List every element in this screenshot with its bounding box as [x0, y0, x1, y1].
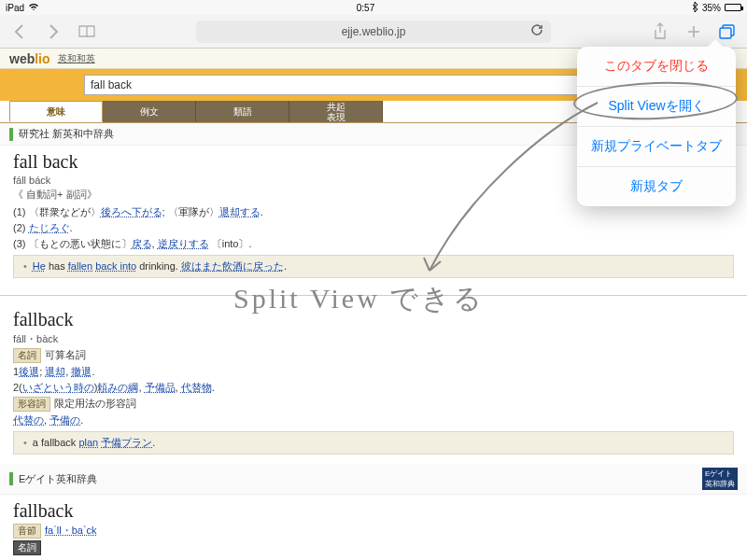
battery-icon	[725, 4, 741, 11]
tab-related[interactable]: 類語	[196, 101, 289, 122]
bookmarks-icon[interactable]	[77, 21, 97, 42]
tab-meaning[interactable]: 意味	[9, 101, 103, 122]
battery-pct: 35%	[702, 3, 721, 13]
menu-close-tab[interactable]: このタブを閉じる	[577, 47, 736, 86]
source-accent	[9, 472, 13, 485]
forward-icon[interactable]	[43, 21, 63, 42]
sense-3: (3) 〔もとの悪い状態に〕戻る, 逆戻りする 〔into〕.	[13, 237, 734, 251]
sense-a1: 代替の, 予備の.	[13, 413, 734, 427]
menu-new-tab[interactable]: 新規タブ	[577, 166, 736, 206]
source-badge: Eゲイト 英和辞典	[702, 468, 738, 490]
entry-fallback-1: fallback fáll・bàck 名詞可算名詞 1後退; 退却, 撤退. 2…	[0, 303, 747, 464]
reload-icon[interactable]	[530, 23, 543, 39]
headword: fallback	[13, 500, 734, 522]
address-bar[interactable]: ejje.weblio.jp	[196, 21, 551, 43]
example-2: a fallback plan 予備プラン.	[13, 431, 734, 455]
share-icon[interactable]	[650, 21, 670, 42]
svg-rect-1	[720, 28, 731, 38]
example-1: He has fallen back into drinking. 彼はまた飲酒…	[13, 255, 734, 278]
safari-toolbar: ejje.weblio.jp	[0, 15, 747, 49]
wifi-icon	[28, 2, 39, 13]
pos-noun: 名詞可算名詞	[13, 348, 734, 363]
source-header-2: Eゲイト英和辞典 Eゲイト 英和辞典	[0, 464, 747, 495]
divider	[0, 295, 747, 296]
source-title: 研究社 新英和中辞典	[19, 127, 114, 141]
new-tab-icon[interactable]	[684, 21, 704, 42]
pos-noun-2: 名詞	[13, 540, 734, 555]
sense-2: (2) たじろぐ.	[13, 221, 734, 235]
menu-open-split-view[interactable]: Split Viewを開く	[577, 86, 736, 126]
url-text: ejje.weblio.jp	[342, 25, 406, 38]
weblio-logo[interactable]: weblio	[9, 51, 50, 66]
tab-coord[interactable]: 共起 表現	[289, 101, 383, 122]
search-input[interactable]: fall back	[84, 75, 663, 95]
bluetooth-icon	[692, 2, 698, 14]
sense-n2: 2(いざという時の)頼みの綱, 予備品, 代替物.	[13, 381, 734, 395]
ios-status-bar: iPad 0:57 35%	[0, 0, 747, 15]
tab-examples[interactable]: 例文	[103, 101, 196, 122]
clock: 0:57	[357, 3, 374, 13]
pos-adj: 形容詞限定用法の形容詞	[13, 397, 734, 412]
tabs-popover: このタブを閉じる Split Viewを開く 新規プライベートタブ 新規タブ	[577, 47, 736, 206]
pronunciation: fáll・bàck	[13, 332, 734, 346]
device-label: iPad	[6, 3, 24, 13]
syllable: 音節fa´ll・ba`ck	[13, 524, 734, 539]
source-title: Eゲイト英和辞典	[19, 472, 97, 486]
sense-1: (1) 〈群衆などが〉後ろへ下がる; 〈軍隊が〉退却する.	[13, 205, 734, 219]
menu-new-private-tab[interactable]: 新規プライベートタブ	[577, 126, 736, 166]
sense-n1: 1後退; 退却, 撤退.	[13, 365, 734, 379]
source-accent	[9, 128, 13, 141]
site-subtitle[interactable]: 英和和英	[58, 52, 95, 65]
back-icon[interactable]	[9, 21, 30, 42]
entry-fallback-2: fallback 音節fa´ll・ba`ck 名詞	[0, 495, 747, 560]
headword: fallback	[13, 309, 734, 330]
